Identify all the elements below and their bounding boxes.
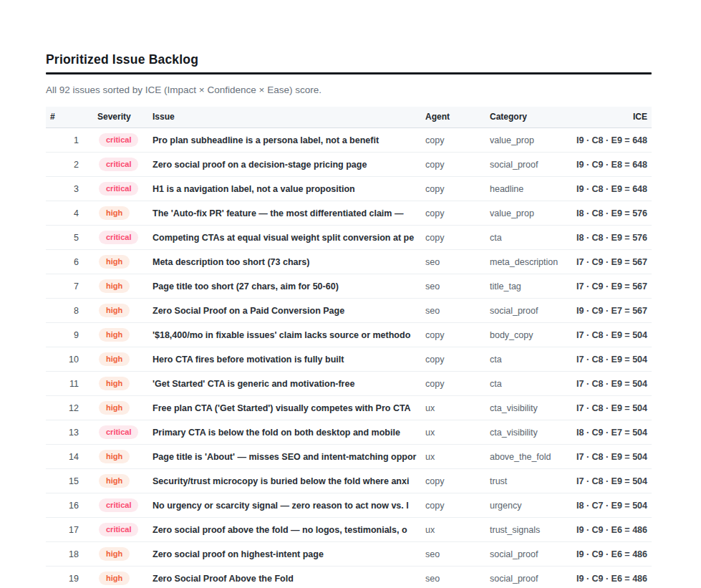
ice-score: I7 · C8 · E9 = 504 <box>567 347 652 372</box>
title-underline <box>46 72 652 74</box>
agent-label: copy <box>421 372 485 396</box>
severity-badge: critical <box>99 158 138 171</box>
page-subtitle: All 92 issues sorted by ICE (Impact × Co… <box>46 84 653 97</box>
table-row: 4 high The 'Auto-fix PR' feature — the m… <box>46 201 652 226</box>
category-label: cta_visibility <box>485 420 567 445</box>
issue-title: Security/trust microcopy is buried below… <box>148 469 421 493</box>
row-number: 12 <box>46 396 93 420</box>
ice-score: I8 · C9 · E7 = 504 <box>567 420 652 445</box>
issue-title: Primary CTA is below the fold on both de… <box>148 420 421 445</box>
severity-badge: critical <box>99 523 138 536</box>
severity-cell: high <box>93 445 148 469</box>
ice-score: I7 · C8 · E9 = 504 <box>567 396 652 420</box>
severity-badge: high <box>99 377 130 390</box>
agent-label: copy <box>421 493 485 518</box>
category-label: social_proof <box>485 299 567 323</box>
category-label: cta_visibility <box>485 396 567 420</box>
row-number: 16 <box>46 493 93 518</box>
table-row: 1 critical Pro plan subheadline is a per… <box>46 128 652 153</box>
issue-title: Zero Social Proof Above the Fold <box>148 567 421 588</box>
agent-label: seo <box>421 542 485 567</box>
category-label: trust_signals <box>485 518 567 542</box>
table-row: 7 high Page title too short (27 chars, a… <box>46 274 652 299</box>
severity-cell: high <box>93 567 148 588</box>
ice-score: I7 · C8 · E9 = 504 <box>567 445 652 469</box>
row-number: 15 <box>46 469 93 493</box>
table-row: 9 high '$18,400/mo in fixable issues' cl… <box>46 323 652 347</box>
category-label: social_proof <box>485 542 567 567</box>
ice-score: I8 · C8 · E9 = 576 <box>567 226 652 250</box>
category-label: headline <box>485 177 567 201</box>
page-title: Prioritized Issue Backlog <box>46 50 653 69</box>
severity-cell: critical <box>93 493 148 518</box>
ice-score: I7 · C9 · E9 = 567 <box>567 250 652 274</box>
severity-badge: high <box>99 352 130 366</box>
severity-badge: high <box>99 255 130 269</box>
category-label: value_prop <box>485 201 567 226</box>
category-label: meta_description <box>485 250 567 274</box>
row-number: 17 <box>46 518 93 542</box>
severity-cell: high <box>93 372 148 396</box>
agent-label: ux <box>421 518 485 542</box>
severity-badge: high <box>99 328 130 342</box>
ice-score: I9 · C9 · E6 = 486 <box>567 518 652 542</box>
table-row: 16 critical No urgency or scarcity signa… <box>46 493 652 518</box>
severity-cell: high <box>93 201 148 226</box>
category-label: urgency <box>485 493 567 518</box>
table-row: 6 high Meta description too short (73 ch… <box>46 250 652 274</box>
category-label: cta <box>485 372 567 396</box>
column-header-issue: Issue <box>148 107 421 128</box>
severity-badge: high <box>99 279 130 293</box>
ice-score: I9 · C9 · E7 = 567 <box>567 299 652 323</box>
row-number: 14 <box>46 445 93 469</box>
issue-title: 'Get Started' CTA is generic and motivat… <box>148 372 421 396</box>
table-row: 10 high Hero CTA fires before motivation… <box>46 347 652 372</box>
issue-title: Meta description too short (73 chars) <box>148 250 421 274</box>
column-header-ice: ICE <box>567 107 652 128</box>
table-row: 12 high Free plan CTA ('Get Started') vi… <box>46 396 652 420</box>
severity-badge: high <box>99 572 130 585</box>
row-number: 6 <box>46 250 93 274</box>
row-number: 8 <box>46 299 93 323</box>
severity-cell: critical <box>93 226 148 250</box>
issue-title: Pro plan subheadline is a persona label,… <box>148 128 421 153</box>
issue-title: No urgency or scarcity signal — zero rea… <box>148 493 421 518</box>
agent-label: ux <box>421 396 485 420</box>
category-label: social_proof <box>485 567 567 588</box>
table-row: 19 high Zero Social Proof Above the Fold… <box>46 567 652 588</box>
agent-label: copy <box>421 323 485 347</box>
issue-title: Page title too short (27 chars, aim for … <box>148 274 421 299</box>
severity-badge: high <box>99 450 130 463</box>
issue-title: Competing CTAs at equal visual weight sp… <box>148 226 421 250</box>
severity-badge: critical <box>99 182 138 196</box>
category-label: social_proof <box>485 153 567 177</box>
agent-label: seo <box>421 299 485 323</box>
row-number: 10 <box>46 347 93 372</box>
ice-score: I9 · C9 · E8 = 648 <box>567 153 652 177</box>
issue-title: H1 is a navigation label, not a value pr… <box>148 177 421 201</box>
agent-label: copy <box>421 153 485 177</box>
category-label: value_prop <box>485 128 567 153</box>
severity-badge: critical <box>99 425 138 439</box>
category-label: title_tag <box>485 274 567 299</box>
severity-cell: high <box>93 250 148 274</box>
ice-score: I7 · C9 · E9 = 567 <box>567 274 652 299</box>
category-label: trust <box>485 469 567 493</box>
table-row: 15 high Security/trust microcopy is buri… <box>46 469 652 493</box>
severity-cell: critical <box>93 420 148 445</box>
severity-badge: critical <box>99 498 138 512</box>
agent-label: seo <box>421 274 485 299</box>
table-row: 11 high 'Get Started' CTA is generic and… <box>46 372 652 396</box>
severity-cell: high <box>93 347 148 372</box>
issue-title: Zero social proof on a decision-stage pr… <box>148 153 421 177</box>
ice-score: I7 · C8 · E9 = 504 <box>567 469 652 493</box>
severity-cell: high <box>93 299 148 323</box>
agent-label: copy <box>421 226 485 250</box>
severity-badge: critical <box>99 133 138 147</box>
issue-title: Page title is 'About' — misses SEO and i… <box>148 445 421 469</box>
row-number: 1 <box>46 128 93 153</box>
ice-score: I7 · C8 · E9 = 504 <box>567 372 652 396</box>
severity-badge: high <box>99 304 130 317</box>
issue-title: Zero social proof on highest-intent page <box>148 542 421 567</box>
column-header-number: # <box>46 107 93 128</box>
